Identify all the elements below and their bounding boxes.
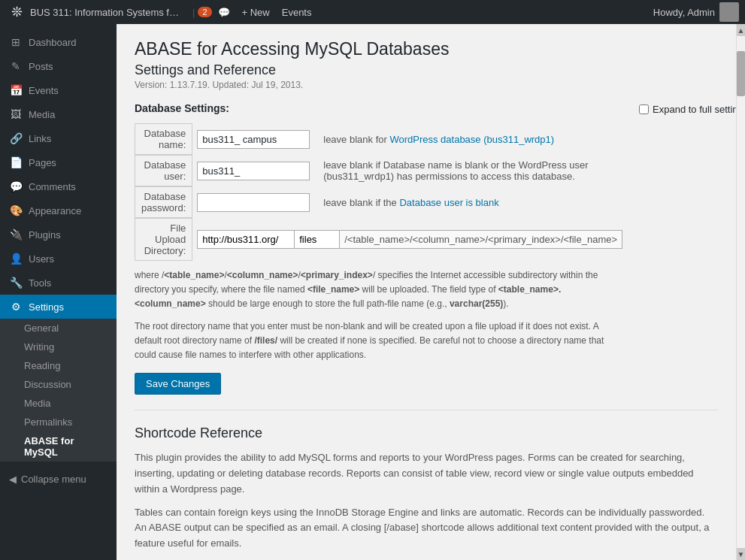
collapse-menu-label: Collapse menu — [21, 474, 86, 485]
content-area: ABASE for Accessing MySQL Databases Sett… — [117, 24, 736, 560]
sidebar-item-label: Dashboard — [29, 37, 77, 48]
sidebar-item-comments[interactable]: 💬 Comments — [0, 174, 117, 198]
dashboard-icon: ⊞ — [9, 36, 23, 48]
avatar — [719, 2, 739, 22]
new-button[interactable]: + New — [236, 4, 276, 21]
users-icon: 👤 — [9, 253, 23, 265]
sidebar-item-pages[interactable]: 📄 Pages — [0, 150, 117, 174]
scroll-thumb[interactable] — [737, 51, 745, 96]
db-user-input[interactable] — [197, 162, 310, 180]
admin-bar: ❊ BUS 311: Information Systems for Globa… — [0, 0, 745, 24]
sidebar-item-appearance[interactable]: 🎨 Appearance — [0, 198, 117, 222]
submenu-item-discussion[interactable]: Discussion — [0, 375, 117, 394]
sidebar-item-label: Appearance — [29, 205, 81, 216]
db-password-note: leave blank if the Database user is blan… — [314, 186, 627, 218]
sidebar: ⊞ Dashboard ✎ Posts 📅 Events 🖼 Media 🔗 L… — [0, 24, 117, 560]
comments-icon: 💬 — [9, 180, 23, 192]
sidebar-item-label: Settings — [29, 301, 64, 313]
file-upload-dir-input[interactable] — [295, 230, 340, 249]
sidebar-item-tools[interactable]: 🔧 Tools — [0, 271, 117, 295]
file-upload-cell: /<table_name>/<column_name>/<primary_ind… — [192, 218, 627, 261]
db-user-label: Database user: — [135, 155, 192, 186]
db-user-link[interactable]: Database user is blank — [399, 197, 498, 208]
submenu-item-media[interactable]: Media — [0, 394, 117, 413]
db-fields-table: Database name: leave blank for WordPress… — [135, 123, 627, 261]
submenu-item-permalinks[interactable]: Permalinks — [0, 413, 117, 431]
submenu-item-general[interactable]: General — [0, 319, 117, 338]
expand-settings-label[interactable]: Expand to full settings — [639, 104, 736, 115]
file-upload-prefix-input[interactable] — [197, 230, 295, 249]
submenu-item-writing[interactable]: Writing — [0, 338, 117, 356]
wp-logo-icon[interactable]: ❊ — [6, 0, 27, 24]
db-password-input[interactable] — [197, 193, 310, 212]
media-icon: 🖼 — [9, 108, 23, 120]
table-row: Database password: leave blank if the Da… — [135, 186, 627, 218]
db-description-1: where /<table_name>/<column_name>/<prima… — [135, 268, 627, 312]
file-upload-label: File Upload Directory: — [135, 218, 192, 261]
shortcode-para-2: Tables can contain foreign keys using th… — [135, 505, 718, 552]
updates-badge[interactable]: 2 — [198, 7, 211, 17]
shortcode-reference-title: Shortcode Reference — [135, 425, 718, 441]
shortcode-para-1: This plugin provides the ability to add … — [135, 450, 718, 497]
sidebar-item-label: Users — [29, 253, 54, 265]
events-button[interactable]: Events — [282, 7, 312, 18]
sidebar-item-dashboard[interactable]: ⊞ Dashboard — [0, 30, 117, 54]
links-icon: 🔗 — [9, 132, 23, 144]
plugins-icon: 🔌 — [9, 229, 23, 241]
save-changes-button[interactable]: Save Changes — [135, 373, 221, 395]
posts-icon: ✎ — [9, 60, 23, 72]
db-user-input-cell — [192, 155, 314, 186]
section-divider — [135, 410, 718, 410]
db-user-note: leave blank if Database name is blank or… — [314, 155, 627, 186]
db-password-input-cell — [192, 186, 314, 218]
db-name-note: leave blank for WordPress database (bus3… — [314, 123, 627, 155]
sidebar-item-plugins[interactable]: 🔌 Plugins — [0, 222, 117, 247]
right-scrollbar[interactable]: ▲ ▼ — [736, 24, 745, 560]
db-password-label: Database password: — [135, 186, 192, 218]
db-name-link[interactable]: WordPress database (bus311_wrdp1) — [389, 134, 554, 145]
settings-submenu: General Writing Reading Discussion Media… — [0, 319, 117, 462]
collapse-arrow-icon: ◀ — [9, 474, 17, 485]
sidebar-item-events[interactable]: 📅 Events — [0, 78, 117, 102]
table-row: Database name: leave blank for WordPress… — [135, 123, 627, 155]
db-name-label: Database name: — [135, 123, 192, 155]
db-settings-title: Database Settings: — [135, 102, 627, 114]
submenu-item-abase[interactable]: ABASE for MySQL — [0, 431, 117, 462]
sidebar-item-label: Media — [29, 109, 55, 120]
version-info: Version: 1.13.7.19. Updated: Jul 19, 201… — [135, 80, 718, 90]
events-icon: 📅 — [9, 84, 23, 96]
collapse-menu-button[interactable]: ◀ Collapse menu — [0, 468, 117, 491]
site-name[interactable]: BUS 311: Information Systems for Global.… — [30, 7, 180, 18]
howdy-label: Howdy, Admin — [653, 7, 715, 18]
sidebar-item-label: Pages — [29, 157, 56, 168]
table-row: Database user: leave blank if Database n… — [135, 155, 627, 186]
file-upload-suffix: /<table_name>/<column_name>/<primary_ind… — [340, 230, 622, 249]
expand-settings-checkbox[interactable] — [639, 104, 649, 114]
pages-icon: 📄 — [9, 156, 23, 168]
sidebar-item-label: Events — [29, 85, 59, 96]
sidebar-item-label: Plugins — [29, 229, 61, 241]
sidebar-item-users[interactable]: 👤 Users — [0, 247, 117, 271]
sidebar-item-settings[interactable]: ⚙ Settings — [0, 295, 117, 319]
db-name-input-cell — [192, 123, 314, 155]
sidebar-item-links[interactable]: 🔗 Links — [0, 126, 117, 150]
tools-icon: 🔧 — [9, 277, 23, 289]
db-name-input[interactable] — [197, 130, 310, 149]
page-subtitle: Settings and Reference — [135, 62, 718, 78]
sidebar-item-media[interactable]: 🖼 Media — [0, 102, 117, 126]
page-title: ABASE for Accessing MySQL Databases — [135, 39, 718, 59]
scroll-down-button[interactable]: ▼ — [737, 548, 745, 560]
scroll-track — [737, 36, 745, 548]
howdy-section: Howdy, Admin — [653, 2, 739, 22]
sidebar-item-label: Comments — [29, 181, 76, 192]
sidebar-item-posts[interactable]: ✎ Posts — [0, 54, 117, 78]
scroll-up-button[interactable]: ▲ — [737, 24, 745, 36]
sidebar-item-label: Posts — [29, 61, 53, 72]
comments-icon[interactable]: 💬 — [218, 7, 230, 18]
sidebar-item-label: Links — [29, 133, 51, 144]
db-description-2: The root directory name that you enter m… — [135, 319, 627, 363]
table-row: File Upload Directory: /<table_name>/<co… — [135, 218, 627, 261]
settings-icon: ⚙ — [9, 301, 23, 313]
sidebar-item-label: Tools — [29, 277, 51, 289]
submenu-item-reading[interactable]: Reading — [0, 356, 117, 375]
